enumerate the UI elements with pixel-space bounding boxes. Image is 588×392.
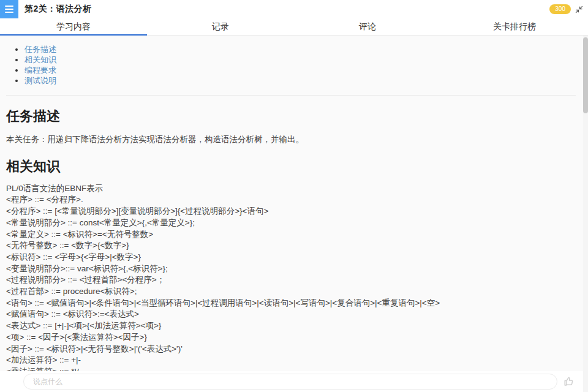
grammar-line: <无符号整数> ::= <数字>{<数字>}: [6, 240, 576, 252]
grammar-line: <常量说明部分> ::= const<常量定义>{,<常量定义>};: [6, 217, 576, 229]
divider: [6, 95, 576, 96]
section-heading: 相关知识: [6, 157, 576, 176]
lesson-window: 第2关：语法分析 300 学习内容记录评论关卡排行榜 任务描述相关知识编程要求测…: [0, 0, 588, 392]
toc-link[interactable]: 编程要求: [24, 66, 56, 75]
score-badge: 300: [549, 4, 571, 14]
menu-icon: [5, 9, 13, 10]
sections: 任务描述本关任务：用递归下降语法分析方法实现语法分析器，构造语法分析树，并输出。…: [6, 107, 576, 392]
section-heading: 任务描述: [6, 107, 576, 126]
section-body: 本关任务：用递归下降语法分析方法实现语法分析器，构造语法分析树，并输出。: [6, 134, 576, 146]
comment-input[interactable]: [23, 374, 557, 390]
thumbs-up-icon[interactable]: [564, 376, 575, 387]
toc-item: 相关知识: [24, 55, 576, 65]
menu-icon: [5, 6, 13, 7]
grammar-line: <因子> ::= <标识符>|<无符号整数>|'('<表达式>')': [6, 344, 576, 355]
toc-link[interactable]: 任务描述: [24, 45, 56, 54]
grammar-line: <过程首部> ::= procedure<标识符>;: [6, 286, 576, 298]
grammar-line: <常量定义> ::= <标识符>=<无符号整数>: [6, 229, 576, 241]
comment-bar: [0, 371, 583, 392]
top-bar: 第2关：语法分析 300: [0, 0, 588, 18]
grammar-line: <过程说明部分> ::= <过程首部><分程序>；: [6, 274, 576, 286]
grammar-line: <程序> ::= <分程序>.: [6, 194, 576, 206]
tab-comments[interactable]: 评论: [294, 18, 441, 36]
grammar-line: <变量说明部分>::= var<标识符>{,<标识符>};: [6, 263, 576, 275]
top-bar-right: 300: [549, 4, 588, 14]
scrollbar[interactable]: [583, 36, 588, 392]
tab-leaderboard[interactable]: 关卡排行榜: [441, 18, 588, 36]
grammar-line: <赋值语句> ::= <标识符>:=<表达式>: [6, 309, 576, 320]
grammar-line: <加法运算符> ::= +|-: [6, 355, 576, 366]
grammar-line: <标识符> ::= <字母>{<字母>|<数字>}: [6, 252, 576, 263]
section-body: PL/0语言文法的EBNF表示<程序> ::= <分程序>.<分程序> ::= …: [6, 183, 576, 392]
collapse-icon[interactable]: [575, 6, 583, 13]
grammar-line: <表达式> ::= [+|-]<项>{<加法运算符><项>}: [6, 320, 576, 332]
grammar-line: PL/0语言文法的EBNF表示: [6, 183, 576, 195]
toc-item: 测试说明: [24, 75, 576, 86]
tab-learning-content[interactable]: 学习内容: [0, 18, 147, 36]
grammar-line: <项> ::= <因子>{<乘法运算符><因子>}: [6, 332, 576, 344]
toc-link[interactable]: 测试说明: [24, 76, 56, 85]
tab-bar: 学习内容记录评论关卡排行榜: [0, 18, 588, 36]
table-of-contents: 任务描述相关知识编程要求测试说明: [6, 44, 576, 86]
tab-records[interactable]: 记录: [147, 18, 294, 36]
menu-icon: [5, 12, 13, 13]
learning-content-panel: 任务描述相关知识编程要求测试说明 任务描述本关任务：用递归下降语法分析方法实现语…: [0, 36, 583, 392]
toc-item: 任务描述: [24, 44, 576, 55]
task-text: 本关任务：用递归下降语法分析方法实现语法分析器，构造语法分析树，并输出。: [6, 134, 576, 146]
grammar-line: <分程序> ::= [<常量说明部分>][变量说明部分>]{<过程说明部分>}<…: [6, 206, 576, 217]
page-title: 第2关：语法分析: [24, 4, 92, 15]
menu-button[interactable]: [0, 0, 18, 18]
scrollbar-thumb[interactable]: [583, 37, 588, 113]
toc-link[interactable]: 相关知识: [24, 55, 56, 64]
grammar-line: <语句> ::= <赋值语句>|<条件语句>|<当型循环语句>|<过程调用语句>…: [6, 298, 576, 309]
toc-item: 编程要求: [24, 65, 576, 75]
